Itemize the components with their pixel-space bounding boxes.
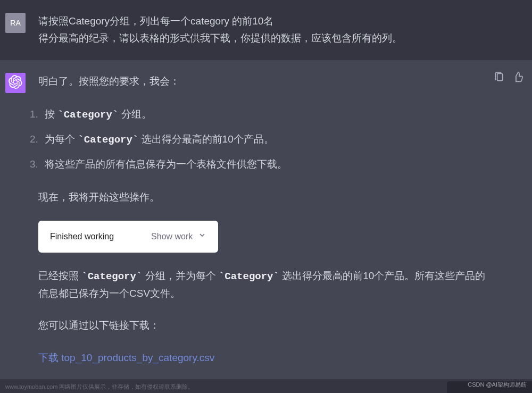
- step-2-text-a: 为每个: [45, 133, 78, 145]
- copy-button[interactable]: [492, 71, 506, 86]
- step-1-code: `Category`: [57, 109, 118, 121]
- show-work-label: Show work: [151, 229, 193, 244]
- step-2-code: `Category`: [78, 134, 138, 146]
- steps-list: 按 `Category` 分组。 为每个 `Category` 选出得分最高的前…: [30, 105, 495, 174]
- step-1-text-b: 分组。: [118, 108, 151, 120]
- watermark: CSDN @AI架构师易筋: [468, 381, 527, 389]
- assistant-avatar: [5, 73, 26, 93]
- result-a: 已经按照: [38, 270, 81, 281]
- svg-rect-0: [497, 73, 503, 80]
- user-avatar: RA: [5, 13, 26, 33]
- user-text-line2: 得分最高的纪录，请以表格的形式供我下载，你提供的数据，应该包含所有的列。: [38, 30, 495, 47]
- step-1: 按 `Category` 分组。: [30, 105, 495, 124]
- assistant-intro: 明白了。按照您的要求，我会：: [38, 73, 495, 90]
- user-text-line1: 请按照Category分组，列出每一个category 的前10名: [38, 13, 495, 30]
- work-status: Finished working: [50, 229, 114, 244]
- clipboard-icon: [494, 72, 504, 85]
- footer-note: www.toymoban.com 网络图片仅供展示，非存储，如有侵权请联系删除。: [5, 383, 194, 391]
- result-code-2: `Category`: [219, 271, 279, 282]
- work-panel[interactable]: Finished working Show work: [38, 221, 218, 252]
- assistant-message-content: 明白了。按照您的要求，我会： 按 `Category` 分组。 为每个 `Cat…: [38, 73, 527, 366]
- download-link[interactable]: 下载 top_10_products_by_category.csv: [38, 349, 495, 366]
- show-work-toggle[interactable]: Show work: [151, 229, 206, 244]
- step-2: 为每个 `Category` 选出得分最高的前10个产品。: [30, 130, 495, 149]
- result-code-1: `Category`: [81, 271, 142, 282]
- result-text: 已经按照 `Category` 分组，并为每个 `Category` 选出得分最…: [38, 267, 495, 303]
- chevron-down-icon: [198, 229, 206, 244]
- starting-text: 现在，我将开始这些操作。: [38, 189, 495, 206]
- user-message-content: 请按照Category分组，列出每一个category 的前10名 得分最高的纪…: [38, 13, 527, 47]
- step-2-text-b: 选出得分最高的前10个产品。: [138, 133, 273, 145]
- message-actions: [492, 71, 526, 86]
- thumbs-up-button[interactable]: [511, 71, 526, 86]
- download-prompt: 您可以通过以下链接下载：: [38, 317, 495, 334]
- result-b: 分组，并为每个: [142, 270, 219, 281]
- user-avatar-initials: RA: [10, 19, 20, 27]
- user-message: RA 请按照Category分组，列出每一个category 的前10名 得分最…: [0, 0, 532, 60]
- openai-icon: [9, 75, 22, 91]
- step-3: 将这些产品的所有信息保存为一个表格文件供您下载。: [30, 155, 495, 174]
- step-1-text-a: 按: [45, 108, 57, 120]
- thumbs-up-icon: [513, 72, 523, 85]
- assistant-message: 明白了。按照您的要求，我会： 按 `Category` 分组。 为每个 `Cat…: [0, 60, 532, 379]
